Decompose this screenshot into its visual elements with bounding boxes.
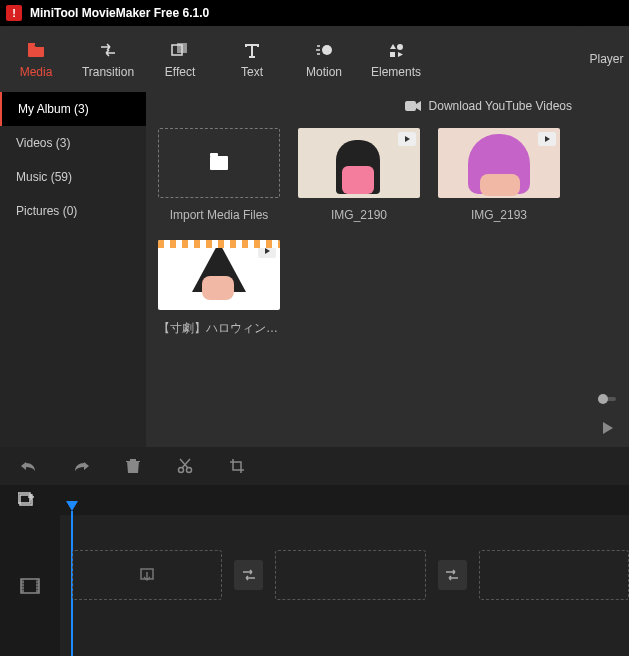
svg-rect-4: [405, 101, 416, 111]
playhead[interactable]: [66, 501, 78, 511]
track-header: [0, 485, 629, 515]
svg-point-3: [322, 45, 332, 55]
media-item[interactable]: 【寸劇】ハロウィンでちー...: [158, 240, 280, 337]
tab-label: Elements: [371, 65, 421, 79]
svg-rect-0: [28, 43, 35, 45]
tab-elements[interactable]: Elements: [360, 26, 432, 92]
video-badge-icon: [258, 244, 276, 258]
media-item[interactable]: IMG_2193: [438, 128, 560, 222]
import-media-button[interactable]: Import Media Files: [158, 128, 280, 222]
video-badge-icon: [538, 132, 556, 146]
media-thumbnail: [438, 128, 560, 198]
sidebar: My Album (3) Videos (3) Music (59) Pictu…: [0, 92, 146, 447]
transition-slot[interactable]: [438, 560, 467, 590]
media-item[interactable]: IMG_2190: [298, 128, 420, 222]
svg-rect-2: [177, 43, 187, 53]
sidebar-item-videos[interactable]: Videos (3): [0, 126, 146, 160]
tab-label: Text: [241, 65, 263, 79]
media-thumbnail: [298, 128, 420, 198]
main-toolbar: Media Transition Effect Text Motion: [0, 26, 580, 92]
text-icon: [243, 41, 261, 59]
edit-toolbar: [0, 447, 629, 485]
player-controls: [584, 92, 629, 447]
crop-button[interactable]: [228, 457, 246, 475]
track-label-column: [0, 515, 60, 656]
tab-transition[interactable]: Transition: [72, 26, 144, 92]
empty-clip-slot[interactable]: [72, 550, 222, 600]
player-tab[interactable]: Player: [584, 26, 629, 92]
cut-button[interactable]: [176, 457, 194, 475]
video-track-icon: [20, 578, 40, 594]
tab-text[interactable]: Text: [216, 26, 288, 92]
media-thumbnail: [158, 240, 280, 310]
redo-button[interactable]: [72, 457, 90, 475]
empty-clip-slot[interactable]: [275, 550, 425, 600]
transition-icon: [99, 41, 117, 59]
swap-icon: [241, 568, 257, 582]
folder-icon: [210, 156, 228, 170]
app-logo: !: [6, 5, 22, 21]
titlebar: ! MiniTool MovieMaker Free 6.1.0: [0, 0, 629, 26]
tab-label: Effect: [165, 65, 195, 79]
delete-button[interactable]: [124, 457, 142, 475]
effect-icon: [171, 41, 189, 59]
download-youtube-link[interactable]: Download YouTube Videos: [429, 99, 572, 113]
media-name: 【寸劇】ハロウィンでちー...: [158, 320, 280, 337]
timeline[interactable]: [0, 515, 629, 656]
tab-motion[interactable]: Motion: [288, 26, 360, 92]
sidebar-item-myalbum[interactable]: My Album (3): [0, 92, 146, 126]
motion-icon: [315, 41, 333, 59]
video-badge-icon: [398, 132, 416, 146]
timeline-track-area[interactable]: [60, 515, 629, 656]
volume-slider[interactable]: [598, 397, 616, 401]
tab-media[interactable]: Media: [0, 26, 72, 92]
insert-icon: [138, 567, 156, 583]
player-label: Player: [589, 52, 623, 66]
empty-clip-slot[interactable]: [479, 550, 629, 600]
transition-slot[interactable]: [234, 560, 263, 590]
add-track-button[interactable]: [18, 492, 36, 508]
folder-icon: [27, 41, 45, 59]
app-title: MiniTool MovieMaker Free 6.1.0: [30, 6, 209, 20]
sidebar-item-music[interactable]: Music (59): [0, 160, 146, 194]
camera-icon: [405, 100, 421, 112]
play-button[interactable]: [600, 421, 614, 435]
tab-label: Media: [20, 65, 53, 79]
media-name: IMG_2193: [438, 208, 560, 222]
swap-icon: [444, 568, 460, 582]
media-name: IMG_2190: [298, 208, 420, 222]
import-label: Import Media Files: [158, 208, 280, 222]
tab-label: Motion: [306, 65, 342, 79]
undo-button[interactable]: [20, 457, 38, 475]
media-panel: Download YouTube Videos Import Media Fil…: [146, 92, 584, 447]
elements-icon: [387, 41, 405, 59]
sidebar-item-pictures[interactable]: Pictures (0): [0, 194, 146, 228]
tab-label: Transition: [82, 65, 134, 79]
tab-effect[interactable]: Effect: [144, 26, 216, 92]
